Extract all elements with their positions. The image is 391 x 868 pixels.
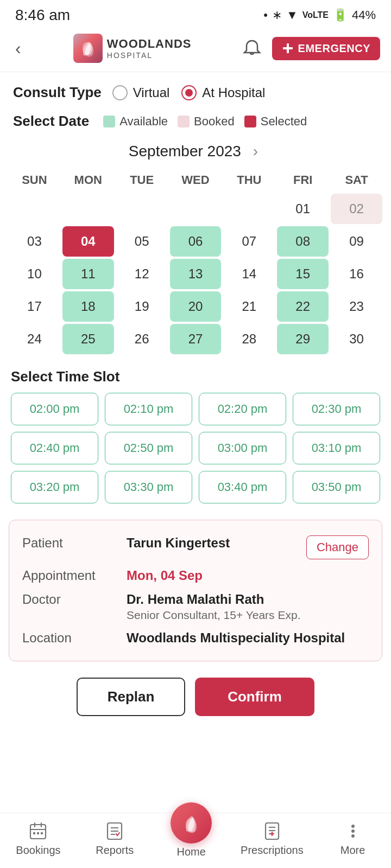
cal-day-06[interactable]: 06	[170, 226, 222, 257]
radio-virtual[interactable]: Virtual	[112, 85, 170, 100]
cal-day-04[interactable]: 04	[62, 226, 114, 257]
svg-point-23	[351, 834, 355, 838]
patient-value: Tarun Kingertest	[127, 535, 300, 551]
cal-day-02[interactable]: 02	[331, 194, 382, 224]
cal-day-07[interactable]: 07	[223, 226, 275, 257]
home-fab-icon	[180, 812, 203, 834]
cal-day-10[interactable]: 10	[9, 259, 60, 289]
cal-empty-1	[9, 194, 60, 224]
logo-leaf-svg	[78, 38, 98, 59]
back-button[interactable]: ‹	[11, 36, 26, 61]
cal-empty-5	[223, 194, 275, 224]
more-label: More	[340, 844, 365, 857]
cal-day-01[interactable]: 01	[277, 194, 329, 224]
notification-bell-button[interactable]	[239, 36, 264, 61]
legend-booked-text: Booked	[194, 114, 235, 129]
nav-home[interactable]: Home	[164, 819, 218, 858]
time-slot-1[interactable]: 02:10 pm	[105, 393, 192, 425]
change-patient-button[interactable]: Change	[306, 535, 369, 559]
dot-icon: •	[263, 8, 268, 22]
radio-hospital-inner	[185, 89, 193, 97]
radio-at-hospital[interactable]: At Hospital	[181, 85, 265, 100]
cal-day-13[interactable]: 13	[170, 259, 222, 289]
cal-day-17[interactable]: 17	[9, 291, 60, 322]
legend-available-text: Available	[119, 114, 168, 129]
time-slot-3[interactable]: 02:30 pm	[293, 393, 380, 425]
time-slot-11[interactable]: 03:50 pm	[293, 471, 380, 503]
date-legend-section: Select Date Available Booked Selected	[0, 108, 391, 136]
time-slot-5[interactable]: 02:50 pm	[105, 432, 192, 464]
nav-prescriptions[interactable]: Prescriptions	[241, 820, 304, 857]
cal-day-12[interactable]: 12	[116, 259, 168, 289]
cal-day-20[interactable]: 20	[170, 291, 222, 322]
lte-icon: VoLTE	[302, 10, 329, 20]
cal-day-09[interactable]: 09	[331, 226, 382, 257]
cal-day-22[interactable]: 22	[277, 291, 329, 322]
more-icon	[342, 820, 364, 842]
time-slot-10[interactable]: 03:40 pm	[199, 471, 286, 503]
cal-empty-3	[116, 194, 168, 224]
wifi-icon: ▼	[286, 8, 298, 22]
nav-reports[interactable]: Reports	[87, 820, 142, 857]
prescriptions-icon	[261, 820, 283, 842]
cal-day-27[interactable]: 27	[170, 324, 222, 354]
header-right: EMERGENCY	[239, 36, 380, 61]
cal-day-16[interactable]: 16	[331, 259, 382, 289]
calendar-next-button[interactable]: ›	[249, 142, 262, 161]
radio-virtual-circle	[112, 85, 128, 100]
home-fab-button[interactable]	[171, 802, 212, 844]
time-slot-4[interactable]: 02:40 pm	[11, 432, 98, 464]
cal-day-23[interactable]: 23	[331, 291, 382, 322]
doctor-row: Doctor Dr. Hema Malathi Rath Senior Cons…	[22, 588, 369, 626]
cal-day-28[interactable]: 28	[223, 324, 275, 354]
day-header-sun: SUN	[9, 169, 60, 192]
time-slot-0[interactable]: 02:00 pm	[11, 393, 98, 425]
replan-button[interactable]: Replan	[77, 678, 185, 716]
cal-day-18[interactable]: 18	[62, 291, 114, 322]
svg-rect-7	[33, 832, 35, 834]
day-header-wed: WED	[170, 169, 222, 192]
emergency-icon	[282, 42, 294, 54]
cal-day-08[interactable]: 08	[277, 226, 329, 257]
select-date-label: Select Date	[13, 113, 89, 130]
location-row: Location Woodlands Multispeciality Hospi…	[22, 626, 369, 650]
time-slot-8[interactable]: 03:20 pm	[11, 471, 98, 503]
day-header-tue: TUE	[116, 169, 168, 192]
nav-more[interactable]: More	[326, 820, 380, 857]
emergency-button[interactable]: EMERGENCY	[272, 37, 380, 60]
cal-day-03[interactable]: 03	[9, 226, 60, 257]
nav-bookings[interactable]: Bookings	[11, 820, 65, 857]
day-header-sat: SAT	[331, 169, 382, 192]
cal-day-29[interactable]: 29	[277, 324, 329, 354]
cal-day-14[interactable]: 14	[223, 259, 275, 289]
cal-day-19[interactable]: 19	[116, 291, 168, 322]
confirm-button[interactable]: Confirm	[195, 678, 314, 716]
home-label: Home	[177, 846, 206, 858]
calendar-grid: SUN MON TUE WED THU FRI SAT 01 02 03 04 …	[9, 169, 382, 354]
time-slot-9[interactable]: 03:30 pm	[105, 471, 192, 503]
cal-day-15[interactable]: 15	[277, 259, 329, 289]
cal-day-24[interactable]: 24	[9, 324, 60, 354]
cal-day-25[interactable]: 25	[62, 324, 114, 354]
time-slot-6[interactable]: 03:00 pm	[199, 432, 286, 464]
cal-day-21[interactable]: 21	[223, 291, 275, 322]
cal-day-30[interactable]: 30	[331, 324, 382, 354]
patient-row: Patient Tarun Kingertest Change	[22, 531, 369, 564]
appointment-key: Appointment	[22, 568, 120, 583]
logo-icon	[73, 34, 103, 63]
bookings-label: Bookings	[16, 844, 60, 857]
time-slot-7[interactable]: 03:10 pm	[293, 432, 380, 464]
calendar-header: September 2023 ›	[9, 136, 382, 169]
bookings-icon	[27, 820, 49, 842]
radio-hospital-circle	[181, 85, 197, 100]
legend-selected: Selected	[244, 114, 307, 129]
cal-day-11[interactable]: 11	[62, 259, 114, 289]
time-slot-grid: 02:00 pm 02:10 pm 02:20 pm 02:30 pm 02:4…	[11, 393, 380, 503]
emergency-label: EMERGENCY	[298, 42, 370, 55]
legend-booked-box	[178, 116, 190, 127]
cal-day-26[interactable]: 26	[116, 324, 168, 354]
day-header-thu: THU	[223, 169, 275, 192]
time-slot-label: Select Time Slot	[11, 368, 380, 385]
time-slot-2[interactable]: 02:20 pm	[199, 393, 286, 425]
cal-day-05[interactable]: 05	[116, 226, 168, 257]
